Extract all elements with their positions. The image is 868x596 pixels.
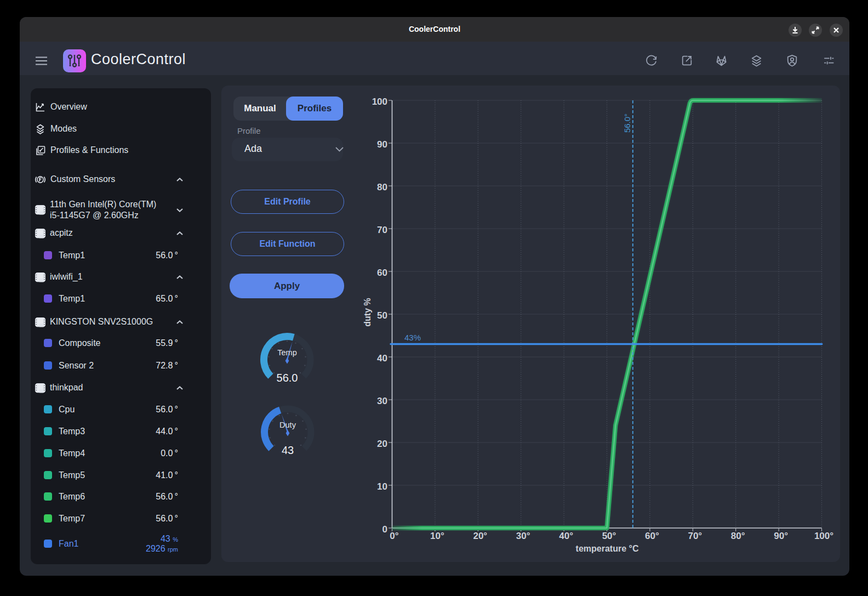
svg-text:0°: 0° [390, 531, 398, 541]
svg-text:50°: 50° [602, 531, 616, 541]
svg-text:56.0°: 56.0° [623, 113, 632, 133]
svg-text:40: 40 [377, 353, 387, 364]
svg-text:70: 70 [377, 225, 387, 235]
svg-text:10°: 10° [430, 531, 444, 541]
svg-text:43%: 43% [404, 333, 421, 342]
svg-text:100: 100 [372, 97, 387, 107]
svg-text:60°: 60° [645, 531, 659, 541]
svg-text:60: 60 [377, 268, 387, 278]
svg-text:10: 10 [377, 481, 387, 492]
svg-text:30: 30 [377, 396, 387, 406]
svg-text:0: 0 [382, 524, 387, 535]
svg-text:30°: 30° [516, 531, 530, 541]
svg-text:80: 80 [377, 182, 387, 192]
svg-text:100°: 100° [814, 531, 833, 541]
svg-text:70°: 70° [688, 531, 702, 541]
svg-text:duty %: duty % [363, 298, 372, 326]
svg-text:50: 50 [377, 310, 387, 321]
svg-text:40°: 40° [559, 531, 573, 541]
svg-text:temperature °C: temperature °C [576, 544, 639, 553]
svg-text:80°: 80° [731, 531, 745, 541]
svg-text:20: 20 [377, 439, 387, 449]
svg-text:90: 90 [377, 139, 387, 150]
svg-text:90°: 90° [774, 531, 788, 541]
svg-text:20°: 20° [473, 531, 487, 541]
